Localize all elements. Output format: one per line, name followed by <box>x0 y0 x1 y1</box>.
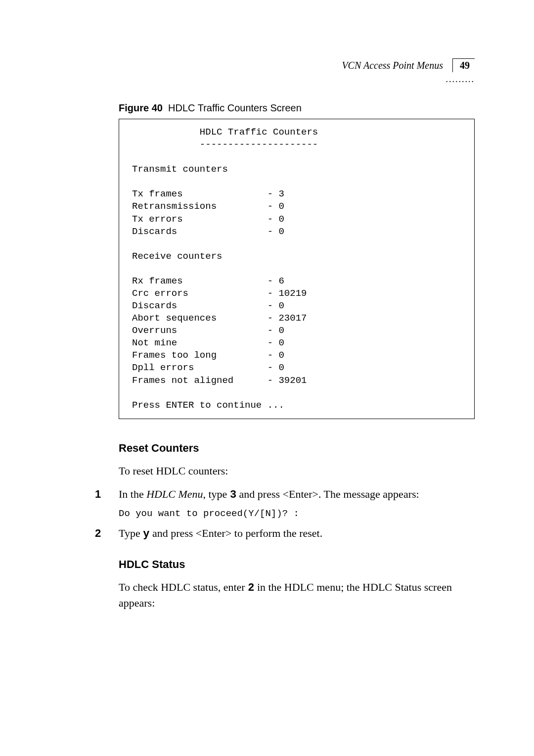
code-line: Tx errors - 0 <box>132 214 284 225</box>
section-title: VCN Access Point Menus <box>342 60 443 71</box>
reset-counters-heading: Reset Counters <box>119 442 475 455</box>
code-line: HDLC Traffic Counters <box>132 127 318 138</box>
figure-caption-text: HDLC Traffic Counters Screen <box>168 102 302 113</box>
code-line: Abort sequences - 23017 <box>132 313 307 324</box>
code-line: --------------------- <box>132 139 318 150</box>
step-2: 2Type y and press <Enter> to perform the… <box>119 526 475 542</box>
reset-intro: To reset HDLC counters: <box>119 464 475 478</box>
code-line: Tx frames - 3 <box>132 189 284 199</box>
code-line: Press ENTER to continue ... <box>132 400 284 411</box>
step-1: 1In the HDLC Menu, type 3 and press <Ent… <box>119 487 475 503</box>
code-line: Frames not aligned - 39201 <box>132 375 307 386</box>
figure-label: Figure 40 <box>119 102 163 113</box>
code-line: Frames too long - 0 <box>132 350 284 361</box>
key-press: 3 <box>230 489 236 501</box>
code-line: Rx frames - 6 <box>132 276 284 286</box>
header-dots: ......... <box>119 74 475 85</box>
code-line: Dpll errors - 0 <box>132 362 284 373</box>
menu-name: HDLC Menu <box>146 488 203 500</box>
hdlc-counters-codebox: HDLC Traffic Counters ------------------… <box>119 119 475 419</box>
prompt-code: Do you want to proceed(Y/[N])? : <box>119 508 475 519</box>
step-number: 2 <box>95 526 108 541</box>
code-line: Transmit counters <box>132 164 228 175</box>
page-number: 49 <box>452 58 475 72</box>
figure-caption: Figure 40 HDLC Traffic Counters Screen <box>119 102 475 114</box>
code-line: Crc errors - 10219 <box>132 288 307 299</box>
running-header: VCN Access Point Menus 49 <box>119 58 475 72</box>
key-press: y <box>143 528 149 540</box>
code-line: Discards - 0 <box>132 226 284 237</box>
key-press: 2 <box>248 582 254 594</box>
code-line: Receive counters <box>132 251 222 262</box>
hdlc-status-body: To check HDLC status, enter 2 in the HDL… <box>119 580 475 610</box>
code-line: Not mine - 0 <box>132 337 284 348</box>
code-line: Retransmissions - 0 <box>132 201 284 212</box>
step-number: 1 <box>95 487 108 502</box>
code-line: Overruns - 0 <box>132 325 284 336</box>
code-line: Discards - 0 <box>132 300 284 311</box>
hdlc-status-heading: HDLC Status <box>119 558 475 571</box>
